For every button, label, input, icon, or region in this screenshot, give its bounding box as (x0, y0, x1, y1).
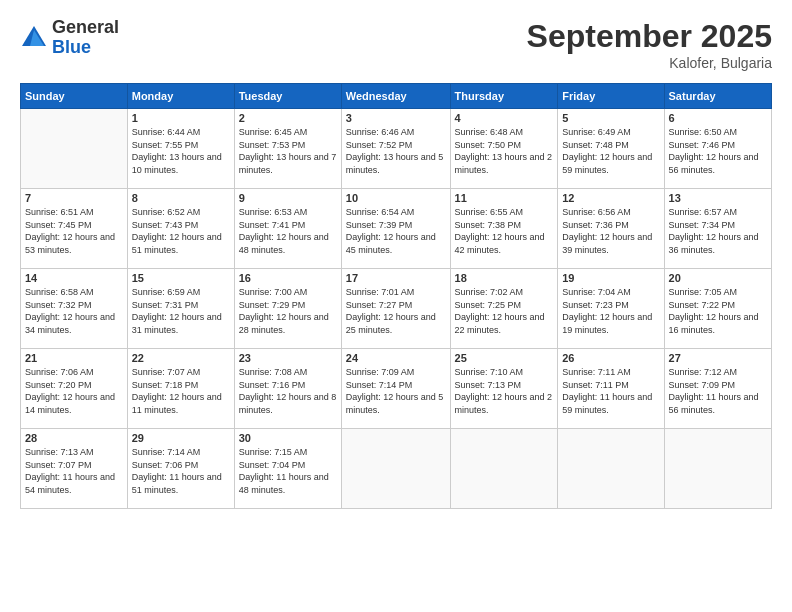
day-number: 2 (239, 112, 337, 124)
table-row (450, 429, 558, 509)
day-info: Sunrise: 6:57 AMSunset: 7:34 PMDaylight:… (669, 206, 767, 256)
table-row: 8Sunrise: 6:52 AMSunset: 7:43 PMDaylight… (127, 189, 234, 269)
logo-blue: Blue (52, 38, 119, 58)
day-info: Sunrise: 7:04 AMSunset: 7:23 PMDaylight:… (562, 286, 659, 336)
calendar-week-row: 21Sunrise: 7:06 AMSunset: 7:20 PMDayligh… (21, 349, 772, 429)
table-row: 10Sunrise: 6:54 AMSunset: 7:39 PMDayligh… (341, 189, 450, 269)
table-row: 23Sunrise: 7:08 AMSunset: 7:16 PMDayligh… (234, 349, 341, 429)
header-row: Sunday Monday Tuesday Wednesday Thursday… (21, 84, 772, 109)
day-number: 18 (455, 272, 554, 284)
day-info: Sunrise: 6:55 AMSunset: 7:38 PMDaylight:… (455, 206, 554, 256)
day-number: 14 (25, 272, 123, 284)
day-number: 8 (132, 192, 230, 204)
day-number: 17 (346, 272, 446, 284)
table-row: 20Sunrise: 7:05 AMSunset: 7:22 PMDayligh… (664, 269, 771, 349)
day-number: 26 (562, 352, 659, 364)
day-number: 7 (25, 192, 123, 204)
month-title: September 2025 (527, 18, 772, 55)
day-number: 25 (455, 352, 554, 364)
table-row: 28Sunrise: 7:13 AMSunset: 7:07 PMDayligh… (21, 429, 128, 509)
table-row: 3Sunrise: 6:46 AMSunset: 7:52 PMDaylight… (341, 109, 450, 189)
col-monday: Monday (127, 84, 234, 109)
table-row: 16Sunrise: 7:00 AMSunset: 7:29 PMDayligh… (234, 269, 341, 349)
calendar-table: Sunday Monday Tuesday Wednesday Thursday… (20, 83, 772, 509)
col-thursday: Thursday (450, 84, 558, 109)
logo-general: General (52, 18, 119, 38)
table-row: 13Sunrise: 6:57 AMSunset: 7:34 PMDayligh… (664, 189, 771, 269)
day-number: 15 (132, 272, 230, 284)
table-row: 12Sunrise: 6:56 AMSunset: 7:36 PMDayligh… (558, 189, 664, 269)
table-row: 11Sunrise: 6:55 AMSunset: 7:38 PMDayligh… (450, 189, 558, 269)
day-number: 3 (346, 112, 446, 124)
logo-text: General Blue (52, 18, 119, 58)
day-number: 13 (669, 192, 767, 204)
table-row: 25Sunrise: 7:10 AMSunset: 7:13 PMDayligh… (450, 349, 558, 429)
day-info: Sunrise: 7:15 AMSunset: 7:04 PMDaylight:… (239, 446, 337, 496)
day-number: 21 (25, 352, 123, 364)
day-info: Sunrise: 6:49 AMSunset: 7:48 PMDaylight:… (562, 126, 659, 176)
table-row: 27Sunrise: 7:12 AMSunset: 7:09 PMDayligh… (664, 349, 771, 429)
table-row: 4Sunrise: 6:48 AMSunset: 7:50 PMDaylight… (450, 109, 558, 189)
day-number: 1 (132, 112, 230, 124)
col-sunday: Sunday (21, 84, 128, 109)
day-number: 4 (455, 112, 554, 124)
table-row: 19Sunrise: 7:04 AMSunset: 7:23 PMDayligh… (558, 269, 664, 349)
calendar-week-row: 1Sunrise: 6:44 AMSunset: 7:55 PMDaylight… (21, 109, 772, 189)
day-info: Sunrise: 7:14 AMSunset: 7:06 PMDaylight:… (132, 446, 230, 496)
calendar-week-row: 14Sunrise: 6:58 AMSunset: 7:32 PMDayligh… (21, 269, 772, 349)
table-row: 24Sunrise: 7:09 AMSunset: 7:14 PMDayligh… (341, 349, 450, 429)
day-info: Sunrise: 7:02 AMSunset: 7:25 PMDaylight:… (455, 286, 554, 336)
day-info: Sunrise: 6:50 AMSunset: 7:46 PMDaylight:… (669, 126, 767, 176)
day-number: 9 (239, 192, 337, 204)
col-friday: Friday (558, 84, 664, 109)
day-info: Sunrise: 6:44 AMSunset: 7:55 PMDaylight:… (132, 126, 230, 176)
day-number: 19 (562, 272, 659, 284)
day-info: Sunrise: 7:13 AMSunset: 7:07 PMDaylight:… (25, 446, 123, 496)
col-tuesday: Tuesday (234, 84, 341, 109)
day-number: 12 (562, 192, 659, 204)
day-info: Sunrise: 7:01 AMSunset: 7:27 PMDaylight:… (346, 286, 446, 336)
logo-icon (20, 24, 48, 52)
day-number: 30 (239, 432, 337, 444)
day-number: 20 (669, 272, 767, 284)
header: General Blue September 2025 Kalofer, Bul… (20, 18, 772, 71)
day-number: 29 (132, 432, 230, 444)
day-info: Sunrise: 6:54 AMSunset: 7:39 PMDaylight:… (346, 206, 446, 256)
table-row: 1Sunrise: 6:44 AMSunset: 7:55 PMDaylight… (127, 109, 234, 189)
day-number: 10 (346, 192, 446, 204)
table-row: 21Sunrise: 7:06 AMSunset: 7:20 PMDayligh… (21, 349, 128, 429)
table-row: 26Sunrise: 7:11 AMSunset: 7:11 PMDayligh… (558, 349, 664, 429)
col-wednesday: Wednesday (341, 84, 450, 109)
table-row (341, 429, 450, 509)
day-info: Sunrise: 6:51 AMSunset: 7:45 PMDaylight:… (25, 206, 123, 256)
table-row: 30Sunrise: 7:15 AMSunset: 7:04 PMDayligh… (234, 429, 341, 509)
table-row: 14Sunrise: 6:58 AMSunset: 7:32 PMDayligh… (21, 269, 128, 349)
day-info: Sunrise: 6:52 AMSunset: 7:43 PMDaylight:… (132, 206, 230, 256)
day-info: Sunrise: 6:59 AMSunset: 7:31 PMDaylight:… (132, 286, 230, 336)
table-row: 29Sunrise: 7:14 AMSunset: 7:06 PMDayligh… (127, 429, 234, 509)
day-info: Sunrise: 6:58 AMSunset: 7:32 PMDaylight:… (25, 286, 123, 336)
day-info: Sunrise: 6:53 AMSunset: 7:41 PMDaylight:… (239, 206, 337, 256)
day-info: Sunrise: 7:05 AMSunset: 7:22 PMDaylight:… (669, 286, 767, 336)
table-row (664, 429, 771, 509)
day-info: Sunrise: 7:10 AMSunset: 7:13 PMDaylight:… (455, 366, 554, 416)
day-number: 5 (562, 112, 659, 124)
day-number: 23 (239, 352, 337, 364)
day-info: Sunrise: 7:11 AMSunset: 7:11 PMDaylight:… (562, 366, 659, 416)
table-row: 22Sunrise: 7:07 AMSunset: 7:18 PMDayligh… (127, 349, 234, 429)
calendar-week-row: 7Sunrise: 6:51 AMSunset: 7:45 PMDaylight… (21, 189, 772, 269)
day-info: Sunrise: 7:12 AMSunset: 7:09 PMDaylight:… (669, 366, 767, 416)
table-row (21, 109, 128, 189)
title-block: September 2025 Kalofer, Bulgaria (527, 18, 772, 71)
day-number: 22 (132, 352, 230, 364)
day-info: Sunrise: 6:45 AMSunset: 7:53 PMDaylight:… (239, 126, 337, 176)
table-row: 6Sunrise: 6:50 AMSunset: 7:46 PMDaylight… (664, 109, 771, 189)
location: Kalofer, Bulgaria (527, 55, 772, 71)
table-row: 17Sunrise: 7:01 AMSunset: 7:27 PMDayligh… (341, 269, 450, 349)
day-number: 24 (346, 352, 446, 364)
day-number: 16 (239, 272, 337, 284)
day-info: Sunrise: 6:46 AMSunset: 7:52 PMDaylight:… (346, 126, 446, 176)
table-row: 18Sunrise: 7:02 AMSunset: 7:25 PMDayligh… (450, 269, 558, 349)
col-saturday: Saturday (664, 84, 771, 109)
day-info: Sunrise: 7:06 AMSunset: 7:20 PMDaylight:… (25, 366, 123, 416)
